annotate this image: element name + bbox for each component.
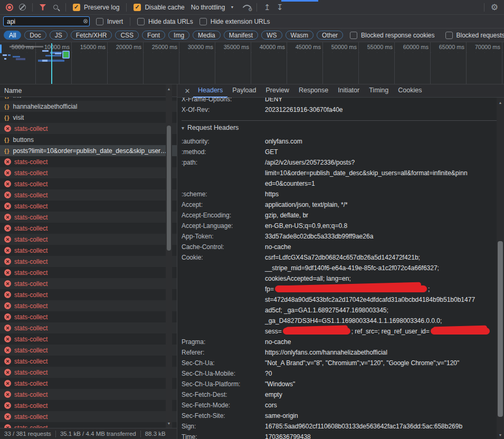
scroll-down-icon[interactable]: ▼ [166,422,172,425]
table-row[interactable]: ✕stats-collect [0,333,177,345]
export-har-button[interactable]: ↧ [273,2,286,13]
table-row[interactable]: ✕stats-collect [0,389,177,400]
scroll-down-icon[interactable]: ▼ [497,433,504,437]
request-list-scrollbar[interactable]: ▲ ▼ [166,84,172,428]
import-har-button[interactable]: ↥ [261,2,273,13]
table-row[interactable]: ✕stats-collect [0,167,177,178]
table-row[interactable]: ✕stats-collect [0,212,177,223]
header-name: Sec-Ch-Ua: [182,358,265,368]
table-row[interactable]: ✕stats-collect [0,178,177,189]
table-row[interactable]: ✕stats-collect [0,322,177,333]
table-row[interactable]: ✕stats-collect [0,267,177,278]
time-label: 50000 ms [322,44,357,50]
tab-cookies[interactable]: Cookies [393,84,426,98]
type-filter-other[interactable]: Other [317,31,343,40]
scroll-up-icon[interactable]: ▲ [497,101,504,104]
close-icon[interactable]: ✕ [182,87,193,95]
table-row[interactable]: ✕stats-collect [0,367,177,378]
filter-funnel-icon [40,4,46,11]
disable-cache-checkbox[interactable]: Disable cache [134,4,184,11]
request-name: stats-collect [14,291,47,299]
table-row[interactable]: ✕stats-collect [0,256,177,267]
type-filter-js[interactable]: JS [50,31,68,40]
error-icon: ✕ [4,369,11,376]
hide-data-urls-checkbox[interactable]: Hide data URLs [137,18,193,25]
table-row[interactable]: {}posts?limit=10&order=publish_date_desc… [0,145,177,156]
preserve-log-checkbox[interactable]: Preserve log [73,4,119,11]
scroll-up-icon[interactable]: ▲ [166,87,172,91]
checkbox-unchecked-icon [96,18,103,25]
type-filter-font[interactable]: Font [142,31,165,40]
tab-payload[interactable]: Payload [227,84,261,98]
table-row[interactable]: ✕stats-collect [0,356,177,367]
table-row[interactable]: ✕stats-collect [0,400,177,411]
scrollbar-thumb[interactable] [167,126,171,251]
throttling-dropdown[interactable]: No throttling ▼ [191,4,234,11]
table-row[interactable]: ✕stats-collect [0,156,177,167]
table-row[interactable]: {}hannahelizabethofficial [0,101,177,112]
type-filter-media[interactable]: Media [193,31,221,40]
table-row[interactable]: {}buttons [0,134,177,145]
clear-filter-icon[interactable]: ⊗ [83,17,88,25]
header-name: X-Of-Rev: [182,104,265,115]
table-row[interactable]: ✕stats-collect [0,378,177,389]
request-headers-section-header[interactable]: ▾ Request Headers [182,121,497,135]
table-row[interactable]: ✕stats-collect [0,223,177,234]
network-overview-timeline[interactable]: 5000 ms10000 ms15000 ms20000 ms25000 ms3… [0,42,504,84]
header-row: Sec-Fetch-Mode:cors [182,400,497,411]
headers-scrollbar[interactable]: ▲ ▼ [497,98,504,439]
table-row[interactable]: ✕stats-collect [0,123,177,134]
tick-row [0,52,504,53]
tab-preview[interactable]: Preview [261,84,293,98]
table-row[interactable]: ✕stats-collect [0,245,177,256]
table-row[interactable]: ✕stats-collect [0,234,177,245]
type-filter-fetch-xhr[interactable]: Fetch/XHR [71,31,112,40]
error-icon: ✕ [4,424,11,428]
fetch-json-icon: {} [4,137,10,143]
request-name: visit [13,114,24,121]
tab-headers[interactable]: Headers [193,84,227,98]
table-row[interactable]: ✕stats-collect [0,289,177,300]
invert-checkbox[interactable]: Invert [96,18,123,25]
header-value: GET [265,147,497,157]
header-value: same-origin [265,411,497,421]
type-filter-all[interactable]: All [4,31,21,40]
table-row[interactable]: ✕stats-collect [0,300,177,311]
table-row[interactable]: ✕stats-collect [0,201,177,212]
settings-button[interactable]: ⚙ [488,2,501,13]
filter-toggle-button[interactable] [36,2,49,13]
blocked-requests-checkbox[interactable]: Blocked requests [445,32,504,39]
header-name: :method: [182,147,265,157]
table-row[interactable]: ✕stats-collect [0,345,177,356]
network-conditions-button[interactable] [240,2,253,13]
type-filter-css[interactable]: CSS [115,31,139,40]
table-row[interactable]: ✕stats-collect [0,311,177,322]
type-filter-ws[interactable]: WS [261,31,282,40]
request-count: 33 / 381 requests [4,431,51,437]
name-column-header[interactable]: Name [0,84,177,97]
type-filter-manifest[interactable]: Manifest [224,31,258,40]
blocked-response-cookies-checkbox[interactable]: Blocked response cookies [350,32,434,39]
type-filter-doc[interactable]: Doc [24,31,46,40]
tab-response[interactable]: Response [294,84,333,98]
header-value: csrf=LdfcGX4Sa72db06824c657db26a5d142472… [265,252,497,337]
request-name: stats-collect [14,258,47,265]
table-row[interactable]: {}init [0,97,177,101]
error-icon: ✕ [4,336,11,342]
table-row[interactable]: ✕stats-collect [0,189,177,201]
request-name: stats-collect [14,424,47,428]
filter-input[interactable] [3,16,90,26]
record-button[interactable] [3,2,16,13]
search-button[interactable] [49,2,62,13]
table-row[interactable]: ✕stats-collect [0,411,177,422]
tab-timing[interactable]: Timing [364,84,393,98]
type-filter-img[interactable]: Img [168,31,189,40]
table-row[interactable]: ✕stats-collect [0,278,177,289]
table-row[interactable]: {}visit [0,112,177,123]
clear-button[interactable] [16,2,28,13]
hide-extension-urls-checkbox[interactable]: Hide extension URLs [199,18,270,25]
table-row[interactable]: ✕stats-collect [0,422,177,428]
type-filter-wasm[interactable]: Wasm [286,31,314,40]
scrollbar-thumb[interactable] [498,241,503,417]
tab-initiator[interactable]: Initiator [333,84,364,98]
